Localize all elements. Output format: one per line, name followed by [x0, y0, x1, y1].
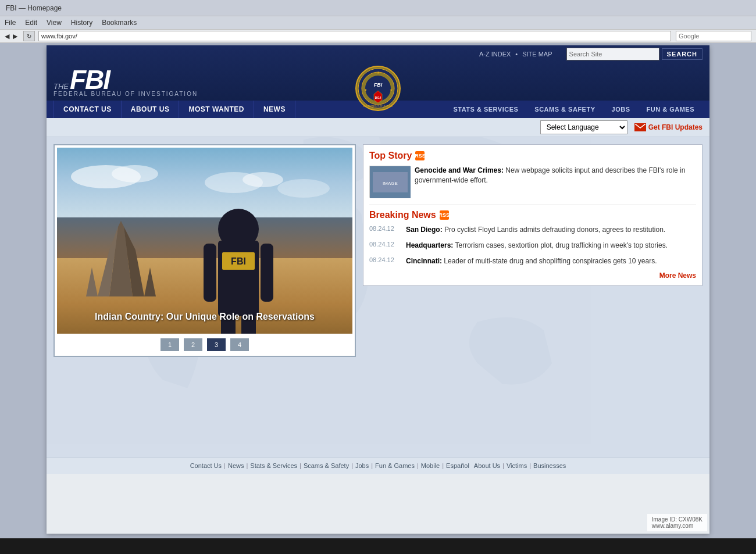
watermark: Image ID: CXW08K www.alamy.com: [647, 514, 707, 531]
news-text-3: Cincinnati: Leader of multi-state drug a…: [406, 256, 657, 266]
footer-stats[interactable]: Stats & Services: [250, 462, 297, 469]
more-news-link[interactable]: More News: [369, 271, 696, 280]
address-input[interactable]: [38, 31, 671, 41]
site-search-input[interactable]: [566, 48, 659, 60]
right-nav: STATS & SERVICES SCAMS & SAFETY JOBS FUN…: [445, 101, 702, 117]
slide-nav-4[interactable]: 4: [230, 338, 249, 351]
menu-edit[interactable]: Edit: [25, 19, 37, 27]
top-story-rss-icon[interactable]: RSS: [415, 151, 425, 160]
footer-contact[interactable]: Contact Us: [190, 462, 222, 469]
svg-marker-21: [144, 267, 156, 296]
svg-text:★: ★: [390, 88, 393, 92]
nav-fun-games[interactable]: FUN & GAMES: [639, 101, 703, 117]
menu-file[interactable]: File: [5, 19, 16, 27]
nav-separator: •: [515, 51, 518, 58]
slide-nav-2[interactable]: 2: [184, 338, 202, 351]
menu-history[interactable]: History: [71, 19, 92, 27]
nav-about-us[interactable]: ABOUT US: [122, 101, 180, 118]
top-story-headline[interactable]: Genocide and War Crimes:: [415, 166, 504, 174]
breaking-news-rss-icon[interactable]: RSS: [440, 210, 449, 220]
news-text-2: Headquarters: Terrorism cases, sextortio…: [406, 241, 668, 251]
browser-search-input[interactable]: [676, 31, 751, 41]
language-select[interactable]: Select Language Spanish French German Ch…: [540, 120, 627, 134]
nav-news[interactable]: NEWS: [254, 101, 295, 118]
svg-text:FBI: FBI: [374, 82, 383, 88]
watermark-url: www.alamy.com: [652, 523, 702, 529]
footer-jobs[interactable]: Jobs: [355, 462, 369, 469]
sub-nav-bar: Select Language Spanish French German Ch…: [47, 118, 709, 137]
back-icon[interactable]: ◀: [5, 33, 9, 40]
nav-scams-safety[interactable]: SCAMS & SAFETY: [526, 101, 603, 117]
slideshow-container: FBI Indian Country: Our Unique Role on R…: [54, 144, 356, 357]
browser-address-bar: ◀ ▶ ↻: [0, 29, 756, 43]
news-item-2: 08.24.12 Headquarters: Terrorism cases, …: [369, 241, 696, 251]
fbi-agent-figure: FBI: [186, 171, 279, 334]
svg-text:★: ★: [377, 71, 380, 74]
site-header: A-Z INDEX • SITE MAP SEARCH THE FBI FEDE…: [47, 45, 709, 137]
forward-icon[interactable]: ▶: [13, 33, 17, 40]
nav-contact-us[interactable]: CONTACT US: [54, 101, 122, 118]
footer-businesses[interactable]: Businesses: [533, 462, 566, 469]
slide-caption: Indian Country: Our Unique Role on Reser…: [57, 312, 352, 322]
footer-espanol[interactable]: Español: [446, 462, 469, 469]
bottom-bar: [0, 538, 756, 554]
news-panel: Top Story RSS IMAGE Genocide and War Cri…: [363, 144, 702, 286]
browser-search-bar: [676, 31, 751, 41]
news-item-1: 08.24.12 San Diego: Pro cyclist Floyd La…: [369, 225, 696, 235]
fbi-the-text: THE: [54, 82, 69, 91]
footer-victims[interactable]: Victims: [507, 462, 527, 469]
nav-stats-services[interactable]: STATS & SERVICES: [445, 101, 526, 117]
nav-most-wanted[interactable]: MOST WANTED: [179, 101, 254, 118]
featured-slideshow: FBI Indian Country: Our Unique Role on R…: [54, 144, 356, 450]
news-text-1: San Diego: Pro cyclist Floyd Landis admi…: [406, 225, 665, 235]
top-story-thumbnail: IMAGE: [369, 166, 410, 198]
svg-text:DEPARTMENT OF JUSTICE: DEPARTMENT OF JUSTICE: [363, 105, 393, 108]
slide-nav-3[interactable]: 3: [207, 338, 226, 351]
slide-image: FBI Indian Country: Our Unique Role on R…: [57, 148, 352, 334]
menu-bookmarks[interactable]: Bookmarks: [102, 19, 137, 27]
fbi-logo: THE FBI FEDERAL BUREAU OF INVESTIGATION: [54, 66, 198, 97]
footer-mobile[interactable]: Mobile: [421, 462, 440, 469]
browser-menu-bar: File Edit View History Bookmarks: [0, 16, 756, 29]
news-date-3: 08.24.12: [369, 256, 401, 266]
footer-fun-games[interactable]: Fun & Games: [375, 462, 415, 469]
mountain: [63, 192, 179, 299]
breaking-news-title: Breaking News RSS: [369, 210, 696, 220]
content-area: FBI Indian Country: Our Unique Role on R…: [47, 137, 709, 457]
nav-jobs[interactable]: JOBS: [604, 101, 639, 117]
site-search-button[interactable]: SEARCH: [662, 48, 702, 60]
site-search-form: SEARCH: [566, 48, 702, 60]
footer-about[interactable]: About Us: [474, 462, 500, 469]
menu-view[interactable]: View: [47, 19, 62, 27]
news-location-3[interactable]: Cincinnati:: [406, 257, 442, 265]
site-map-link[interactable]: SITE MAP: [522, 51, 552, 58]
footer-news[interactable]: News: [228, 462, 244, 469]
fbi-seal: ★ ★ ★ FBI DOJ DEPARTMENT OF JUSTICE: [355, 65, 401, 112]
az-index-link[interactable]: A-Z INDEX: [479, 51, 511, 58]
svg-marker-20: [86, 267, 98, 296]
news-sidebar: Top Story RSS IMAGE Genocide and War Cri…: [363, 144, 702, 450]
news-location-1[interactable]: San Diego:: [406, 226, 443, 234]
top-story-text: Genocide and War Crimes: New webpage sol…: [415, 166, 696, 198]
news-item-3: 08.24.12 Cincinnati: Leader of multi-sta…: [369, 256, 696, 266]
footer-scams[interactable]: Scams & Safety: [304, 462, 349, 469]
news-date-2: 08.24.12: [369, 241, 401, 251]
top-story-item: IMAGE Genocide and War Crimes: New webpa…: [369, 166, 696, 198]
svg-rect-27: [261, 244, 273, 302]
slide-nav-1[interactable]: 1: [161, 338, 179, 351]
website-container: A-Z INDEX • SITE MAP SEARCH THE FBI FEDE…: [47, 45, 709, 534]
top-story-title: Top Story RSS: [369, 151, 696, 161]
svg-rect-26: [204, 244, 216, 302]
svg-text:★: ★: [364, 88, 367, 92]
watermark-id: Image ID: CXW08K: [652, 516, 702, 523]
get-updates-button[interactable]: Get FBI Updates: [634, 123, 702, 131]
refresh-button[interactable]: ↻: [23, 31, 35, 41]
site-footer-nav: Contact Us | News | Stats & Services | S…: [47, 457, 709, 474]
top-nav-bar: A-Z INDEX • SITE MAP SEARCH: [47, 45, 709, 63]
fbi-letters: FBI: [70, 66, 109, 93]
fbi-logo-text: THE FBI: [54, 66, 109, 93]
svg-rect-23: [218, 241, 259, 316]
news-location-2[interactable]: Headquarters:: [406, 241, 453, 249]
get-updates-label: Get FBI Updates: [648, 123, 702, 131]
email-icon: [634, 123, 646, 131]
